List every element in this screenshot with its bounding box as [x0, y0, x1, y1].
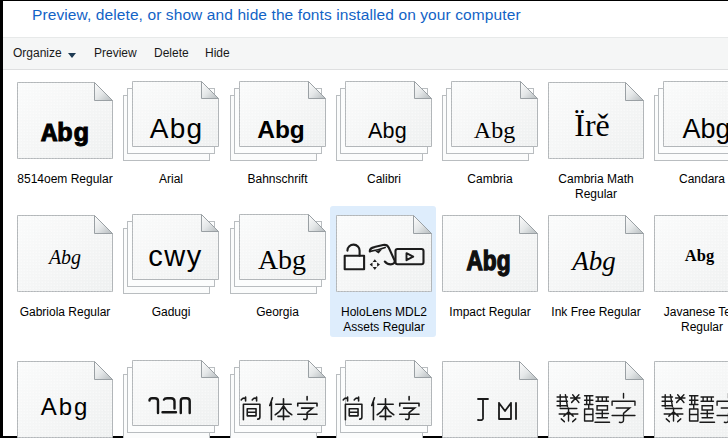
svg-text:Abg: Abg: [47, 246, 81, 269]
svg-text:Abg: Abg: [150, 113, 203, 144]
svg-text:Abg: Abg: [368, 119, 407, 143]
svg-text:Ïrě: Ïrě: [574, 107, 610, 143]
svg-text:Abg: Abg: [466, 245, 510, 275]
svg-text:Abg: Abg: [257, 244, 305, 275]
svg-text:Abg: Abg: [570, 246, 616, 276]
svg-text:Abg: Abg: [41, 119, 89, 149]
svg-text:Abg: Abg: [685, 246, 715, 265]
svg-text:Abg: Abg: [474, 117, 515, 143]
svg-text:cwy: cwy: [148, 240, 203, 272]
svg-text:Abg: Abg: [682, 114, 728, 144]
svg-text:Abg: Abg: [41, 393, 90, 420]
svg-text:Abg: Abg: [257, 116, 305, 143]
